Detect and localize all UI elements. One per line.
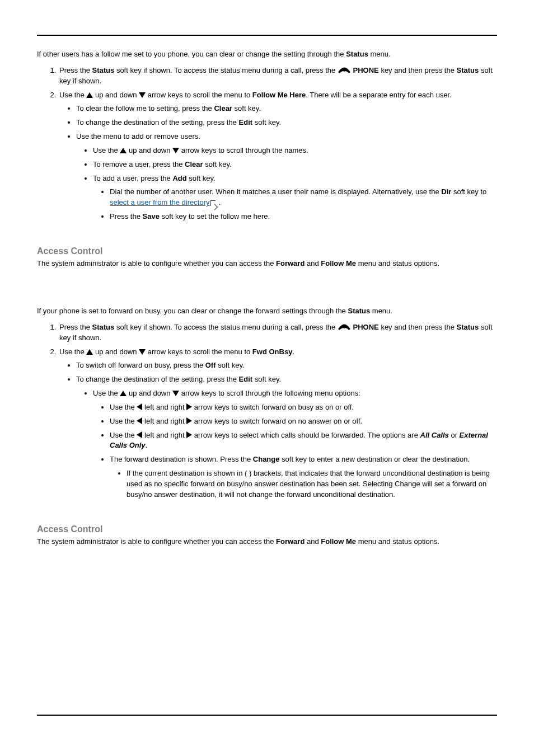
text: menu and status options. [356, 537, 439, 546]
text: Use the [110, 417, 137, 425]
arrow-down-icon [172, 391, 179, 396]
bold: PHONE [353, 323, 379, 331]
text: Use the [59, 348, 86, 356]
text: up and down [127, 146, 172, 154]
bold: Off [205, 361, 216, 369]
arrow-up-icon [120, 391, 127, 396]
list-item: To clear the follow me to setting, press… [76, 104, 497, 114]
bold-italic: All Calls [420, 431, 449, 439]
arrow-left-icon [137, 417, 142, 424]
text: up and down [127, 389, 172, 397]
section2-intro: If your phone is set to forward on busy,… [37, 306, 497, 317]
bold: Status [348, 307, 370, 315]
text: The forward destination is shown. Press … [110, 455, 253, 463]
step-2: Use the up and down arrow keys to scroll… [58, 347, 497, 500]
text: soft key to [451, 187, 486, 196]
arrow-up-icon [86, 349, 93, 355]
text: arrow keys to switch forward on no answe… [192, 417, 362, 425]
arrow-down-icon [172, 148, 179, 153]
list-item: The forward destination is shown. Press … [110, 454, 497, 500]
bold: Edit [239, 375, 253, 383]
bold: Status [92, 66, 115, 74]
text: up and down [93, 348, 139, 356]
bottom-rule [37, 715, 497, 716]
text: menu and status options. [356, 259, 439, 267]
text: Press the [110, 212, 143, 220]
bold: Follow Me [321, 259, 356, 267]
bold: Clear [185, 160, 203, 168]
text: If other users has a follow me set to yo… [37, 50, 346, 58]
list-item: To add a user, press the Add soft key. D… [93, 173, 497, 222]
list-item: To remove a user, press the Clear soft k… [93, 159, 497, 170]
text: . There will be a separate entry for eac… [306, 91, 452, 99]
text: soft key. [203, 160, 232, 168]
list-item: To change the destination of the setting… [76, 374, 497, 500]
text: . [218, 198, 221, 206]
text: soft key. [232, 104, 261, 112]
bold: Status [92, 323, 115, 331]
sublist: If the current destination is shown in (… [127, 468, 497, 500]
step2-sublist: To switch off forward on busy, press the… [76, 360, 497, 500]
phone-icon [338, 323, 351, 331]
list-item: Use the menu to add or remove users. Use… [76, 132, 497, 222]
text: The system administrator is able to conf… [37, 259, 276, 267]
text: To change the destination of the setting… [76, 375, 239, 383]
list-item: Dial the number of another user. When it… [110, 187, 497, 208]
text: . [292, 348, 294, 356]
bold: Forward [276, 259, 305, 267]
bold: Dir [441, 187, 451, 196]
text: If your phone is set to forward on busy,… [37, 307, 348, 315]
text: left and right [142, 431, 186, 439]
access-control-text-1: The system administrator is able to conf… [37, 259, 497, 269]
access-control-heading-2: Access Control [37, 523, 497, 536]
step2-sublist: To clear the follow me to setting, press… [76, 104, 497, 222]
text: The system administrator is able to conf… [37, 537, 276, 546]
directory-link[interactable]: select a user from the directory [110, 198, 209, 206]
svg-point-1 [343, 326, 345, 328]
sublist: Use the up and down arrow keys to scroll… [93, 145, 497, 222]
step-1: Press the Status soft key if shown. To a… [58, 65, 497, 87]
text: soft key. [216, 361, 245, 369]
text: up and down [93, 91, 139, 99]
text: soft key. [252, 118, 281, 126]
text: arrow keys to scroll through the followi… [179, 389, 360, 397]
text: To add a user, press the [93, 174, 172, 182]
list-item: Use the left and right arrow keys to swi… [110, 402, 497, 413]
bold: Change [253, 455, 280, 463]
arrow-left-icon [137, 431, 142, 438]
text: . [146, 441, 148, 449]
text: arrow keys to scroll the menu to [146, 91, 252, 99]
list-item: Use the left and right arrow keys to sel… [110, 430, 497, 452]
text: Dial the number of another user. When it… [110, 187, 441, 196]
text: To remove a user, press the [93, 160, 185, 168]
text: To change the destination of the setting… [76, 118, 239, 126]
text: arrow keys to scroll the menu to [146, 348, 252, 356]
bold: Status [457, 66, 479, 74]
text: key and then press the [379, 66, 457, 74]
text: soft key if shown. To access the status … [114, 323, 338, 331]
text: Use the [110, 431, 137, 439]
section2-steps: Press the Status soft key if shown. To a… [58, 322, 497, 500]
bold: Clear [214, 104, 232, 112]
bold: Follow Me Here [252, 91, 306, 99]
arrow-left-icon [137, 403, 142, 410]
text: Use the [93, 146, 120, 154]
top-rule [37, 35, 497, 36]
text: left and right [142, 403, 186, 411]
bold: Add [172, 174, 186, 182]
text: menu. [368, 50, 391, 58]
text: Use the [110, 403, 137, 411]
list-item: To switch off forward on busy, press the… [76, 360, 497, 371]
step-2: Use the up and down arrow keys to scroll… [58, 90, 497, 222]
list-item: Use the up and down arrow keys to scroll… [93, 388, 497, 500]
arrow-down-icon [139, 349, 146, 355]
text: menu. [370, 307, 392, 315]
sublist: Dial the number of another user. When it… [110, 187, 497, 222]
arrow-up-icon [120, 148, 127, 153]
bold: Edit [239, 118, 253, 126]
text: or [449, 431, 460, 439]
step-1: Press the Status soft key if shown. To a… [58, 322, 497, 344]
bold: Fwd OnBsy [252, 348, 293, 356]
text: Press the [59, 323, 92, 331]
text: If the current destination is shown in (… [127, 469, 490, 499]
